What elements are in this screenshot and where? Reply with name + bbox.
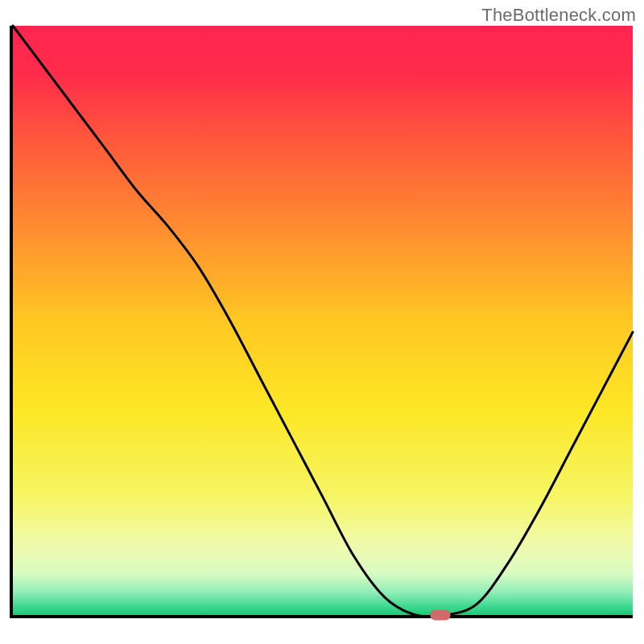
x-axis [10,615,633,618]
chart-container: TheBottleneck.com [0,0,644,644]
watermark-label: TheBottleneck.com [481,5,636,26]
optimal-marker [431,610,451,621]
bottleneck-curve [13,26,633,615]
plot-area [13,26,633,615]
